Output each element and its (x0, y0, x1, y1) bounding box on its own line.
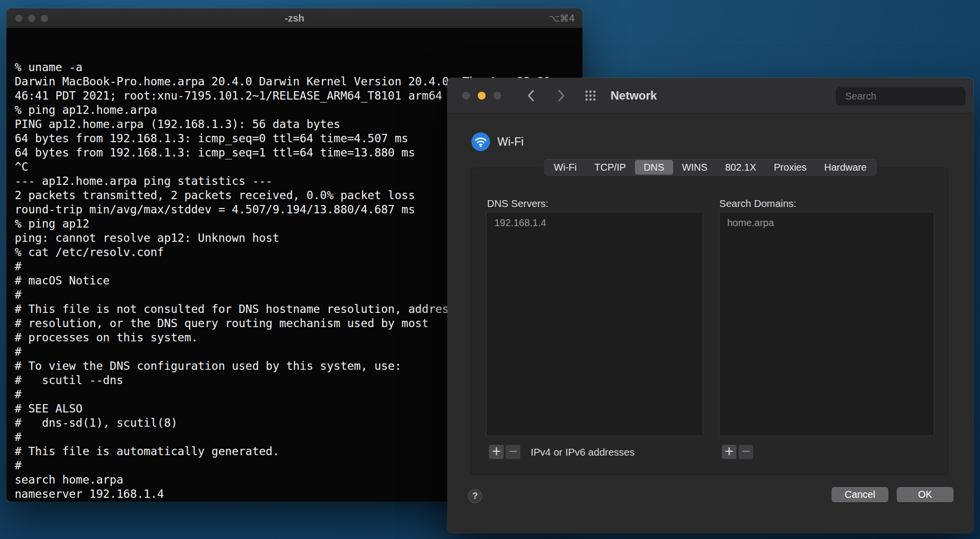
search-field[interactable] (836, 87, 965, 105)
add-search-domain-button[interactable]: + (722, 445, 736, 459)
address-format-hint: IPv4 or IPv6 addresses (531, 446, 635, 458)
help-button[interactable]: ? (468, 489, 482, 503)
close-button[interactable] (462, 92, 470, 100)
terminal-line: % uname -a (15, 60, 583, 75)
search-input[interactable] (845, 91, 975, 102)
cancel-button[interactable]: Cancel (832, 487, 888, 502)
terminal-title: -zsh (6, 8, 583, 28)
tab-dns[interactable]: DNS (635, 160, 673, 175)
forward-button[interactable] (556, 88, 566, 103)
network-window: Network Wi-Fi Wi-FiTCP/IPDNSWINS802.1XPr… (447, 78, 973, 533)
zoom-button[interactable] (493, 92, 501, 100)
add-dns-server-button[interactable]: + (489, 445, 504, 459)
dns-server-row[interactable]: 192.168.1.4 (487, 212, 703, 229)
chevron-right-icon (556, 88, 566, 103)
minimize-button[interactable] (478, 92, 486, 100)
tab-wi-fi[interactable]: Wi-Fi (545, 160, 586, 175)
dns-servers-list[interactable]: 192.168.1.4 (486, 212, 703, 436)
tab-proxies[interactable]: Proxies (765, 160, 815, 175)
desktop: -zsh ⌥⌘4 % uname -aDarwin MacBook-Pro.ho… (0, 0, 980, 539)
dns-servers-label: DNS Servers: (487, 198, 548, 209)
search-domains-list[interactable]: home.arpa (719, 212, 934, 436)
tab-802-1x[interactable]: 802.1X (716, 160, 765, 175)
terminal-window-shortcut: ⌥⌘4 (549, 8, 575, 28)
dns-servers-controls: + − (489, 445, 520, 459)
back-button[interactable] (526, 88, 537, 103)
wifi-icon (471, 132, 490, 151)
tab-bar: Wi-FiTCP/IPDNSWINS802.1XProxiesHardware (544, 159, 876, 176)
window-title: Network (611, 78, 657, 113)
network-traffic-lights (462, 78, 501, 113)
service-name-label: Wi-Fi (497, 135, 524, 149)
ok-button[interactable]: OK (897, 487, 954, 502)
terminal-titlebar[interactable]: -zsh ⌥⌘4 (6, 8, 583, 28)
search-domains-controls: + − (722, 445, 753, 459)
search-domains-label: Search Domains: (719, 198, 796, 209)
tab-hardware[interactable]: Hardware (815, 160, 876, 175)
grid-icon (584, 89, 597, 102)
service-header: Wi-Fi (471, 132, 524, 151)
tab-tcp-ip[interactable]: TCP/IP (586, 160, 635, 175)
tab-wins[interactable]: WINS (673, 160, 716, 175)
show-all-button[interactable] (584, 89, 597, 102)
chevron-left-icon (526, 88, 537, 103)
search-domain-row[interactable]: home.arpa (719, 212, 934, 229)
remove-search-domain-button[interactable]: − (738, 445, 753, 459)
remove-dns-server-button[interactable]: − (506, 445, 520, 459)
network-toolbar[interactable]: Network (447, 78, 973, 113)
